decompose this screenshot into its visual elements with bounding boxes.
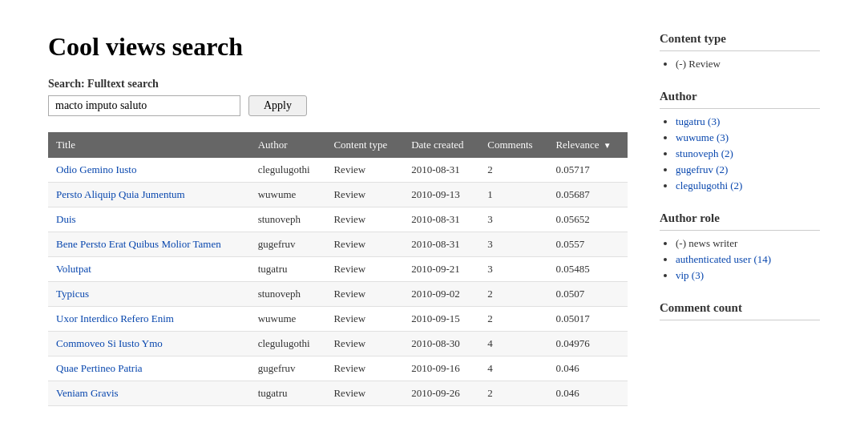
- table-row: Odio Gemino IustoclegulugothiReview2010-…: [48, 158, 628, 183]
- sidebar-list-item: stunoveph (2): [676, 147, 820, 160]
- sidebar-section-content_type: Content type(-) Review: [660, 32, 820, 70]
- col-date-created: Date created: [403, 132, 479, 158]
- cell-comments: 2: [479, 381, 547, 406]
- cell-title: Volutpat: [48, 257, 250, 282]
- sidebar-filter-link[interactable]: authenticated user (14): [676, 253, 771, 265]
- sidebar-list-item: authenticated user (14): [676, 253, 820, 266]
- cell-date-created: 2010-09-15: [403, 307, 479, 332]
- sidebar-section-title-author_role: Author role: [660, 211, 820, 231]
- sidebar-section-title-author: Author: [660, 90, 820, 109]
- cell-date-created: 2010-09-02: [403, 282, 479, 307]
- sort-desc-icon: ▼: [604, 141, 612, 150]
- table-header: Title Author Content type Date created C…: [48, 132, 628, 158]
- cell-date-created: 2010-09-26: [403, 381, 479, 406]
- sidebar-section-comment_count: Comment count: [660, 301, 820, 320]
- cell-comments: 2: [479, 158, 547, 183]
- cell-relevance: 0.05485: [547, 257, 628, 282]
- cell-content-type: Review: [325, 282, 403, 307]
- main-content: Cool views search Search: Fulltext searc…: [48, 32, 628, 406]
- sidebar-list-item: vip (3): [676, 269, 820, 282]
- cell-title: Veniam Gravis: [48, 381, 250, 406]
- cell-content-type: Review: [325, 307, 403, 332]
- cell-author: clegulugothi: [250, 332, 326, 356]
- cell-date-created: 2010-08-31: [403, 232, 479, 257]
- cell-author: wuwume: [250, 183, 326, 207]
- cell-comments: 4: [479, 332, 547, 356]
- cell-author: tugatru: [250, 257, 326, 282]
- cell-comments: 3: [479, 257, 547, 282]
- sidebar-list-item: tugatru (3): [676, 115, 820, 128]
- cell-relevance: 0.05017: [547, 307, 628, 332]
- sidebar-filter-link[interactable]: clegulugothi (2): [676, 179, 742, 191]
- sidebar-filter-link[interactable]: wuwume (3): [676, 131, 729, 143]
- apply-button[interactable]: Apply: [248, 95, 307, 116]
- result-link[interactable]: Commoveo Si Iusto Ymo: [56, 337, 163, 349]
- sidebar-list-item: clegulugothi (2): [676, 179, 820, 192]
- col-relevance[interactable]: Relevance ▼: [547, 132, 628, 158]
- cell-date-created: 2010-09-21: [403, 257, 479, 282]
- cell-author: gugefruv: [250, 356, 326, 381]
- result-link[interactable]: Bene Persto Erat Quibus Molior Tamen: [56, 238, 221, 250]
- result-link[interactable]: Volutpat: [56, 263, 91, 275]
- cell-content-type: Review: [325, 207, 403, 232]
- sidebar: Content type(-) ReviewAuthortugatru (3)w…: [660, 32, 820, 406]
- cell-comments: 2: [479, 282, 547, 307]
- col-author: Author: [250, 132, 326, 158]
- search-label: Search: Fulltext search: [48, 78, 628, 91]
- cell-title: Odio Gemino Iusto: [48, 158, 250, 183]
- cell-relevance: 0.046: [547, 356, 628, 381]
- cell-author: wuwume: [250, 307, 326, 332]
- sidebar-list-author: tugatru (3)wuwume (3)stunoveph (2)gugefr…: [660, 115, 820, 192]
- cell-relevance: 0.05687: [547, 183, 628, 207]
- cell-author: gugefruv: [250, 232, 326, 257]
- cell-date-created: 2010-08-30: [403, 332, 479, 356]
- sidebar-filter-link[interactable]: gugefruv (2): [676, 163, 728, 175]
- table-row: VolutpattugatruReview2010-09-2130.05485: [48, 257, 628, 282]
- cell-title: Uxor Interdico Refero Enim: [48, 307, 250, 332]
- cell-comments: 4: [479, 356, 547, 381]
- sidebar-section-title-comment_count: Comment count: [660, 301, 820, 320]
- result-link[interactable]: Veniam Gravis: [56, 387, 119, 399]
- table-row: Veniam GravistugatruReview2010-09-2620.0…: [48, 381, 628, 406]
- cell-title: Commoveo Si Iusto Ymo: [48, 332, 250, 356]
- table-row: Bene Persto Erat Quibus Molior Tamenguge…: [48, 232, 628, 257]
- cell-content-type: Review: [325, 356, 403, 381]
- result-link[interactable]: Duis: [56, 213, 76, 225]
- sidebar-filter-link[interactable]: tugatru (3): [676, 115, 720, 127]
- result-link[interactable]: Persto Aliquip Quia Jumentum: [56, 188, 185, 200]
- cell-title: Quae Pertineo Patria: [48, 356, 250, 381]
- cell-content-type: Review: [325, 158, 403, 183]
- cell-comments: 3: [479, 232, 547, 257]
- cell-title: Persto Aliquip Quia Jumentum: [48, 183, 250, 207]
- result-link[interactable]: Odio Gemino Iusto: [56, 163, 136, 175]
- sidebar-filter-link[interactable]: vip (3): [676, 269, 704, 281]
- result-link[interactable]: Uxor Interdico Refero Enim: [56, 312, 174, 324]
- table-row: Commoveo Si Iusto YmoclegulugothiReview2…: [48, 332, 628, 356]
- table-header-row: Title Author Content type Date created C…: [48, 132, 628, 158]
- cell-author: stunoveph: [250, 282, 326, 307]
- cell-comments: 2: [479, 307, 547, 332]
- cell-date-created: 2010-08-31: [403, 158, 479, 183]
- search-input[interactable]: [48, 95, 240, 116]
- result-link[interactable]: Typicus: [56, 288, 89, 300]
- sidebar-list-item: (-) news writer: [676, 237, 820, 250]
- cell-content-type: Review: [325, 183, 403, 207]
- cell-relevance: 0.0507: [547, 282, 628, 307]
- table-row: Persto Aliquip Quia JumentumwuwumeReview…: [48, 183, 628, 207]
- sidebar-filter-link[interactable]: stunoveph (2): [676, 147, 733, 159]
- cell-comments: 1: [479, 183, 547, 207]
- cell-content-type: Review: [325, 381, 403, 406]
- cell-date-created: 2010-08-31: [403, 207, 479, 232]
- cell-author: tugatru: [250, 381, 326, 406]
- result-link[interactable]: Quae Pertineo Patria: [56, 362, 143, 374]
- table-row: DuisstunovephReview2010-08-3130.05652: [48, 207, 628, 232]
- cell-date-created: 2010-09-13: [403, 183, 479, 207]
- table-row: TypicusstunovephReview2010-09-0220.0507: [48, 282, 628, 307]
- cell-relevance: 0.05652: [547, 207, 628, 232]
- results-table: Title Author Content type Date created C…: [48, 132, 628, 406]
- cell-relevance: 0.046: [547, 381, 628, 406]
- search-row: Apply: [48, 95, 628, 116]
- sidebar-section-author_role: Author role(-) news writerauthenticated …: [660, 211, 820, 282]
- col-title: Title: [48, 132, 250, 158]
- table-body: Odio Gemino IustoclegulugothiReview2010-…: [48, 158, 628, 406]
